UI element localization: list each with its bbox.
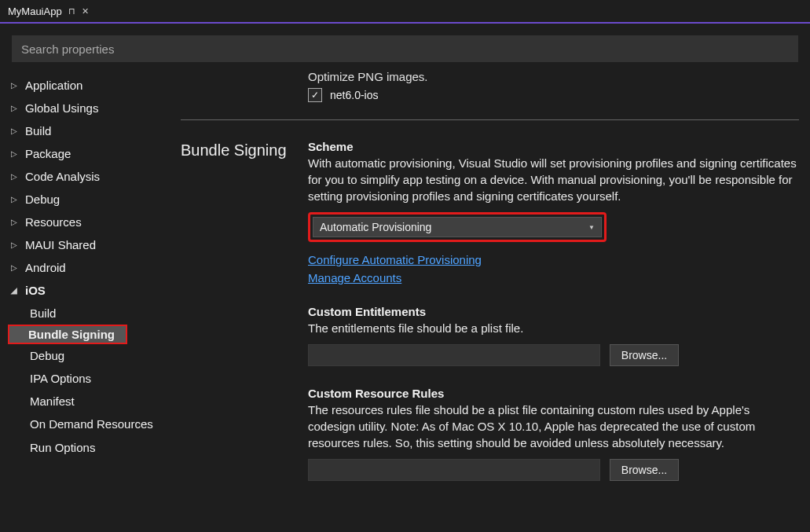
sidebar-item-label: MAUI Shared	[25, 238, 96, 251]
browse-button[interactable]: Browse...	[610, 344, 679, 366]
sidebar: ▷Application ▷Global Usings ▷Build ▷Pack…	[0, 70, 157, 532]
checkbox-net6-ios[interactable]: ✓	[308, 88, 322, 102]
chevron-right-icon: ▷	[11, 195, 22, 204]
sidebar-item-run-options[interactable]: Run Options	[8, 436, 157, 459]
sidebar-item-application[interactable]: ▷Application	[8, 74, 157, 97]
sidebar-item-ios[interactable]: ◢iOS	[8, 279, 157, 302]
sidebar-item-label: Run Options	[30, 441, 95, 454]
chevron-down-icon: ◢	[11, 286, 22, 295]
sidebar-item-on-demand-resources[interactable]: On Demand Resources	[8, 413, 157, 436]
tab-bar: MyMauiApp ⊓ ✕	[0, 0, 810, 24]
link-manage-accounts[interactable]: Manage Accounts	[308, 271, 799, 284]
sidebar-item-label: Code Analysis	[25, 170, 100, 183]
search-container	[0, 24, 810, 70]
partial-text: Optimize PNG images.	[181, 70, 799, 88]
sidebar-item-label: IPA Options	[30, 372, 91, 385]
sidebar-item-debug[interactable]: ▷Debug	[8, 188, 157, 211]
sidebar-item-label: On Demand Resources	[30, 417, 153, 431]
sidebar-item-label: Android	[25, 261, 66, 274]
browse-button[interactable]: Browse...	[610, 459, 679, 481]
search-input[interactable]	[12, 35, 798, 62]
main-panel: Optimize PNG images. ✓ net6.0-ios Bundle…	[157, 70, 810, 532]
chevron-right-icon: ▷	[11, 104, 22, 112]
entitlements-description: The entitlements file should be a plist …	[308, 320, 799, 336]
sidebar-item-manifest[interactable]: Manifest	[8, 390, 157, 413]
sidebar-item-code-analysis[interactable]: ▷Code Analysis	[8, 165, 157, 188]
sidebar-item-global-usings[interactable]: ▷Global Usings	[8, 97, 157, 119]
divider	[181, 119, 799, 120]
sidebar-item-label: Debug	[30, 349, 64, 362]
sidebar-item-ipa-options[interactable]: IPA Options	[8, 367, 157, 390]
scheme-description: With automatic provisioning, Visual Stud…	[308, 155, 799, 204]
chevron-right-icon: ▷	[11, 81, 22, 90]
link-configure-provisioning[interactable]: Configure Automatic Provisioning	[308, 253, 799, 266]
sidebar-item-label: Global Usings	[25, 101, 98, 115]
scheme-dropdown-highlight: Automatic Provisioning ▼	[308, 212, 607, 242]
chevron-right-icon: ▷	[11, 218, 22, 226]
rules-label: Custom Resource Rules	[308, 387, 799, 400]
document-tab[interactable]: MyMauiApp ⊓ ✕	[0, 0, 95, 22]
tab-title: MyMauiApp	[8, 6, 62, 17]
sidebar-item-label: Build	[30, 306, 56, 320]
sidebar-item-label: Application	[25, 79, 82, 92]
entitlements-input[interactable]	[308, 344, 600, 366]
sidebar-item-resources[interactable]: ▷Resources	[8, 211, 157, 233]
sidebar-item-label: Resources	[25, 215, 82, 229]
sidebar-item-label: Debug	[25, 193, 60, 206]
pin-icon[interactable]: ⊓	[68, 6, 75, 17]
sidebar-item-ios-build[interactable]: Build	[8, 302, 157, 325]
chevron-right-icon: ▷	[11, 149, 22, 158]
sidebar-item-build[interactable]: ▷Build	[8, 119, 157, 142]
chevron-down-icon: ▼	[588, 224, 595, 231]
sidebar-item-bundle-signing[interactable]: Bundle Signing	[8, 325, 127, 344]
chevron-right-icon: ▷	[11, 127, 22, 135]
rules-input[interactable]	[308, 459, 600, 481]
sidebar-item-label: Build	[25, 124, 51, 138]
chevron-right-icon: ▷	[11, 263, 22, 272]
sidebar-item-ios-debug[interactable]: Debug	[8, 344, 157, 367]
sidebar-item-maui-shared[interactable]: ▷MAUI Shared	[8, 233, 157, 256]
checkbox-label: net6.0-ios	[330, 89, 378, 101]
scheme-label: Scheme	[308, 140, 799, 153]
chevron-right-icon: ▷	[11, 240, 22, 249]
sidebar-item-label: Package	[25, 147, 71, 160]
scheme-dropdown[interactable]: Automatic Provisioning ▼	[313, 217, 602, 237]
sidebar-item-android[interactable]: ▷Android	[8, 256, 157, 279]
entitlements-label: Custom Entitlements	[308, 305, 799, 318]
chevron-right-icon: ▷	[11, 172, 22, 181]
sidebar-item-package[interactable]: ▷Package	[8, 142, 157, 165]
section-title: Bundle Signing	[181, 140, 308, 481]
sidebar-item-label: Manifest	[30, 394, 75, 408]
close-icon[interactable]: ✕	[82, 6, 89, 17]
sidebar-item-label: Bundle Signing	[28, 328, 115, 341]
sidebar-item-label: iOS	[25, 284, 46, 297]
rules-description: The resources rules file should be a pli…	[308, 402, 799, 451]
dropdown-value: Automatic Provisioning	[320, 221, 431, 233]
